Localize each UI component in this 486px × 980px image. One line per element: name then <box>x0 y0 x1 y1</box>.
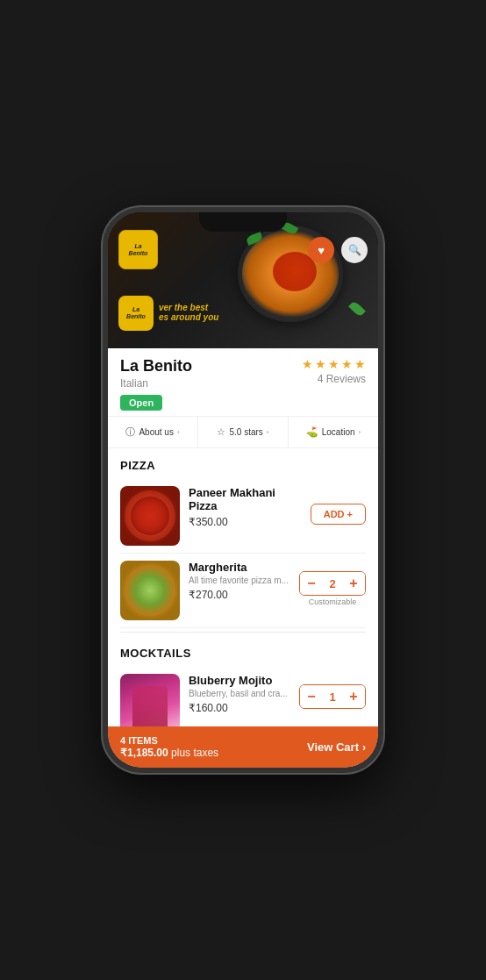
quick-links: ⓘ About us › ☆ 5.0 stars › ⛳ Location › <box>108 417 378 448</box>
logo-secondary: LaBenito <box>118 296 154 331</box>
hero-section: ← ♥ 🔍 LaBenito LaBenito ver the best <box>108 212 378 348</box>
location-icon: ⛳ <box>306 426 318 438</box>
notch <box>199 212 287 232</box>
mojito-qty-control: − 1 + <box>299 684 366 709</box>
screen: ← ♥ 🔍 LaBenito LaBenito ver the best <box>108 212 378 768</box>
cart-bar[interactable]: 4 ITEMS ₹1,185.00 plus taxes View Cart › <box>108 726 378 768</box>
stars-chevron: › <box>267 428 269 436</box>
star-3: ★ <box>328 357 339 371</box>
paneer-name: Paneer Makhani Pizza <box>189 486 302 512</box>
location-label: Location <box>322 427 355 437</box>
mocktails-section-title: MOCKTAILS <box>120 636 366 667</box>
mojito-qty: 1 <box>323 690 342 704</box>
star-icon: ☆ <box>217 426 225 438</box>
mojito-increase-button[interactable]: + <box>342 685 365 708</box>
phone-frame: ← ♥ 🔍 LaBenito LaBenito ver the best <box>103 207 383 773</box>
margherita-increase-button[interactable]: + <box>342 572 365 595</box>
restaurant-info: La Benito Italian ★ ★ ★ ★ ★ 4 Reviews Op… <box>108 348 378 417</box>
basil-3 <box>348 300 366 318</box>
margherita-qty: 2 <box>323 577 342 590</box>
view-cart-label: View Cart <box>307 740 359 754</box>
search-icon: 🔍 <box>348 244 361 256</box>
info-top-row: La Benito Italian ★ ★ ★ ★ ★ 4 Reviews <box>120 357 366 390</box>
mojito-name: Bluberry Mojito <box>189 674 290 687</box>
margherita-name: Margherita <box>189 561 290 574</box>
pizza-section: PIZZA Paneer Makhani Pizza ₹350.00 ADD + <box>108 448 378 628</box>
margherita-decrease-button[interactable]: − <box>300 572 323 595</box>
restaurant-name: La Benito <box>120 357 192 376</box>
paneer-pizza-img <box>120 486 180 546</box>
star-5: ★ <box>354 357 366 371</box>
search-button[interactable]: 🔍 <box>341 237 368 263</box>
paneer-pizza-image <box>120 486 180 546</box>
view-cart-chevron: › <box>362 741 366 754</box>
star-4: ★ <box>341 357 353 371</box>
view-cart-button[interactable]: View Cart › <box>307 740 366 754</box>
mojito-image <box>120 674 180 733</box>
cuisine: Italian <box>120 377 192 390</box>
logo-main: LaBenito <box>118 230 158 269</box>
stars-link[interactable]: ☆ 5.0 stars › <box>198 417 289 447</box>
heart-icon: ♥ <box>318 244 325 257</box>
cart-items-count: 4 ITEMS <box>120 735 218 746</box>
margherita-details: Margherita All time favorite pizza m... … <box>189 561 290 601</box>
margherita-qty-control: − 2 + <box>299 571 366 596</box>
mocktails-section: MOCKTAILS Bluberry Mojito Blueberry, bas… <box>108 636 378 741</box>
location-link[interactable]: ⛳ Location › <box>289 417 378 447</box>
star-1: ★ <box>302 357 313 371</box>
hero-image <box>229 217 378 344</box>
cart-info: 4 ITEMS ₹1,185.00 plus taxes <box>120 735 218 759</box>
star-2: ★ <box>315 357 326 371</box>
stars-row: ★ ★ ★ ★ ★ <box>302 357 366 371</box>
paneer-price: ₹350.00 <box>189 516 302 528</box>
paneer-details: Paneer Makhani Pizza ₹350.00 <box>189 486 302 528</box>
logo-secondary-text: LaBenito <box>126 306 146 319</box>
favorite-button[interactable]: ♥ <box>308 237 334 263</box>
mojito-price: ₹160.00 <box>189 702 290 714</box>
pasta-plate <box>229 217 369 331</box>
cart-total: ₹1,185.00 plus taxes <box>120 747 218 759</box>
section-divider <box>120 632 366 633</box>
mojito-action: − 1 + <box>299 674 366 709</box>
mojito-desc: Blueberry, basil and cra... <box>189 689 290 698</box>
reviews-count: 4 Reviews <box>302 373 366 385</box>
about-label: About us <box>139 427 173 437</box>
open-badge: Open <box>120 395 162 411</box>
mojito-details: Bluberry Mojito Blueberry, basil and cra… <box>189 674 290 714</box>
margherita-action: − 2 + Customizable <box>299 561 366 606</box>
location-chevron: › <box>359 428 361 436</box>
menu-item-margherita: Margherita All time favorite pizza m... … <box>120 554 366 628</box>
pizza-section-title: PIZZA <box>120 448 366 479</box>
logo-text: LaBenito <box>129 243 148 256</box>
tagline: ver the best es around you <box>159 303 218 322</box>
info-icon: ⓘ <box>125 426 135 439</box>
margherita-desc: All time favorite pizza m... <box>189 576 290 585</box>
rating-section: ★ ★ ★ ★ ★ 4 Reviews <box>302 357 366 385</box>
about-chevron: › <box>177 428 180 436</box>
margherita-customizable: Customizable <box>309 597 357 606</box>
about-link[interactable]: ⓘ About us › <box>108 417 198 447</box>
paneer-action: ADD + <box>311 486 366 525</box>
header-actions: ♥ 🔍 <box>308 237 368 263</box>
margherita-image <box>120 561 180 620</box>
stars-label: 5.0 stars <box>229 427 262 437</box>
menu-item-paneer: Paneer Makhani Pizza ₹350.00 ADD + <box>120 479 366 554</box>
mojito-img <box>120 674 180 733</box>
add-paneer-button[interactable]: ADD + <box>311 504 366 525</box>
margherita-img <box>120 561 180 620</box>
name-section: La Benito Italian <box>120 357 192 390</box>
tagline-line1: ver the best <box>159 303 218 312</box>
mojito-decrease-button[interactable]: − <box>300 685 323 708</box>
margherita-price: ₹270.00 <box>189 589 290 601</box>
tagline-line2: es around you <box>159 312 218 322</box>
